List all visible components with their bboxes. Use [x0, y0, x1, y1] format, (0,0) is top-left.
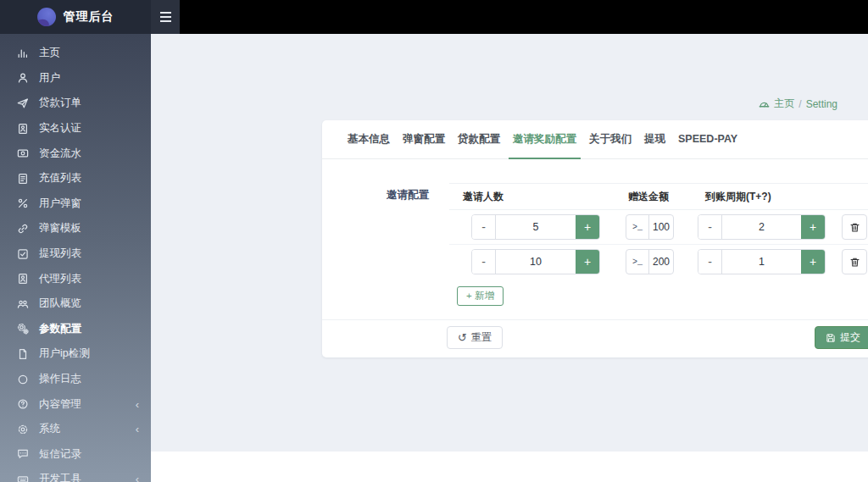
- decrement-button[interactable]: -: [472, 250, 496, 274]
- sidebar-item-8[interactable]: 提现列表 ‹: [0, 241, 151, 267]
- brand: 管理后台: [0, 0, 151, 34]
- increment-button[interactable]: +: [801, 250, 825, 274]
- invite-config-form: 邀请配置 邀请人数 赠送金额 到账周期(T+?) - 5 + >_: [322, 159, 868, 319]
- chevron-left-icon: ‹: [136, 424, 139, 435]
- terminal-prompt-icon: >_: [626, 250, 649, 274]
- decrement-button[interactable]: -: [698, 215, 722, 239]
- sidebar-toggle-button[interactable]: [151, 0, 180, 34]
- add-row-button[interactable]: + 新增: [457, 286, 504, 306]
- arrival-period-value[interactable]: 1: [722, 250, 801, 274]
- sidebar-item-label: 用户: [39, 71, 60, 86]
- question-circle-icon: [16, 398, 29, 411]
- bonus-amount-input: >_ 200: [626, 249, 674, 274]
- sidebar-item-12[interactable]: 用户ip检测 ‹: [0, 341, 151, 367]
- sidebar-item-17[interactable]: 开发工具 ‹: [0, 467, 151, 482]
- sidebar-item-13[interactable]: 操作日志 ‹: [0, 367, 151, 392]
- sidebar: 主页 ‹ 用户 ‹ 贷款订单 ‹ 实名认证 ‹ 资金流水 ‹ 充值列表 ‹ 用户…: [0, 34, 151, 482]
- keyboard-icon: [16, 473, 29, 482]
- column-header-arrival-period: 到账周期(T+?): [705, 184, 771, 209]
- users-group-icon: [16, 297, 29, 310]
- sidebar-item-label: 贷款订单: [39, 96, 81, 110]
- decrement-button[interactable]: -: [698, 250, 722, 274]
- delete-row-button[interactable]: [842, 214, 867, 240]
- topbar: 管理后台: [0, 0, 868, 34]
- settings-card: 基本信息弹窗配置贷款配置邀请奖励配置关于我们提现SPEED-PAY 邀请配置 邀…: [322, 120, 868, 357]
- cogs-icon: [16, 323, 29, 335]
- undo-icon: ↺: [458, 332, 467, 343]
- sidebar-item-label: 弹窗模板: [39, 221, 81, 235]
- sidebar-item-label: 主页: [39, 46, 60, 60]
- tab-5[interactable]: 提现: [640, 120, 670, 159]
- reset-button[interactable]: ↺ 重置: [447, 326, 503, 349]
- section-label: 邀请配置: [387, 188, 429, 202]
- tab-3[interactable]: 邀请奖励配置: [509, 120, 581, 159]
- gear-icon: [16, 423, 29, 435]
- sidebar-item-label: 实名认证: [39, 121, 81, 136]
- sidebar-item-0[interactable]: 主页 ‹: [0, 41, 151, 66]
- bonus-amount-value[interactable]: 200: [649, 250, 673, 274]
- invite-count-value[interactable]: 5: [496, 215, 576, 239]
- tab-1[interactable]: 弹窗配置: [398, 120, 449, 159]
- bonus-amount-value[interactable]: 100: [649, 215, 673, 239]
- breadcrumb: 主页 / Setting: [759, 97, 837, 111]
- file-icon: [16, 347, 29, 360]
- bonus-amount-input: >_ 100: [626, 214, 674, 240]
- tab-0[interactable]: 基本信息: [343, 120, 394, 159]
- sidebar-item-16[interactable]: 短信记录 ‹: [0, 442, 151, 468]
- sidebar-item-3[interactable]: 实名认证 ‹: [0, 116, 151, 141]
- file-invoice-icon: [16, 172, 29, 185]
- sidebar-item-9[interactable]: 代理列表 ‹: [0, 266, 151, 291]
- percent-icon: [16, 197, 29, 210]
- sidebar-item-5[interactable]: 充值列表 ‹: [0, 166, 151, 191]
- breadcrumb-home-link[interactable]: 主页: [774, 97, 794, 111]
- column-header-invite-count: 邀请人数: [463, 184, 504, 209]
- admin-app: 管理后台 主页 ‹ 用户 ‹ 贷款订单 ‹ 实名认证 ‹ 资金流水 ‹: [0, 0, 868, 482]
- sidebar-item-label: 内容管理: [39, 397, 81, 412]
- invite-table-header: 邀请人数 赠送金额 到账周期(T+?): [449, 183, 868, 210]
- hamburger-icon: [160, 12, 171, 14]
- sidebar-item-4[interactable]: 资金流水 ‹: [0, 141, 151, 166]
- sidebar-item-1[interactable]: 用户 ‹: [0, 66, 151, 91]
- sidebar-item-label: 资金流水: [39, 147, 81, 161]
- terminal-prompt-icon: >_: [626, 215, 649, 239]
- sidebar-item-label: 系统: [39, 422, 60, 436]
- invite-count-stepper: - 10 +: [471, 249, 600, 274]
- table-row: - 5 + >_ 100 - 2 +: [449, 210, 868, 245]
- money-flow-icon: [16, 147, 29, 160]
- arrival-period-stepper: - 1 +: [698, 249, 826, 274]
- breadcrumb-separator: /: [798, 98, 801, 110]
- submit-button[interactable]: 提交: [815, 326, 868, 349]
- invite-table: 邀请人数 赠送金额 到账周期(T+?) - 5 + >_ 100: [449, 183, 868, 306]
- dashboard-icon: [759, 98, 770, 109]
- arrival-period-value[interactable]: 2: [722, 215, 801, 239]
- sidebar-item-6[interactable]: 用户弹窗 ‹: [0, 191, 151, 217]
- check-square-icon: [16, 247, 29, 260]
- sidebar-item-label: 充值列表: [39, 171, 81, 186]
- breadcrumb-current: Setting: [806, 98, 837, 110]
- id-file-icon: [16, 122, 29, 135]
- tab-4[interactable]: 关于我们: [585, 120, 636, 159]
- sidebar-item-label: 参数配置: [39, 322, 81, 336]
- tab-6[interactable]: SPEED-PAY: [674, 120, 742, 159]
- footer-strip: [151, 452, 868, 482]
- tab-2[interactable]: 贷款配置: [453, 120, 504, 159]
- increment-button[interactable]: +: [801, 215, 825, 239]
- sidebar-item-2[interactable]: 贷款订单 ‹: [0, 91, 151, 116]
- brand-title: 管理后台: [64, 9, 114, 25]
- sidebar-item-14[interactable]: 内容管理 ‹: [0, 391, 151, 417]
- user-icon: [16, 72, 29, 85]
- sidebar-item-label: 提现列表: [39, 247, 81, 261]
- delete-row-button[interactable]: [842, 249, 867, 274]
- main-content: 主页 / Setting 基本信息弹窗配置贷款配置邀请奖励配置关于我们提现SPE…: [151, 34, 868, 482]
- sidebar-item-7[interactable]: 弹窗模板 ‹: [0, 216, 151, 241]
- sidebar-item-15[interactable]: 系统 ‹: [0, 417, 151, 442]
- card-footer: ↺ 重置 提交: [322, 319, 868, 349]
- sidebar-item-label: 团队概览: [39, 296, 81, 311]
- decrement-button[interactable]: -: [472, 215, 496, 239]
- sidebar-item-11[interactable]: 参数配置 ‹: [0, 317, 151, 342]
- increment-button[interactable]: +: [576, 215, 599, 239]
- save-icon: [826, 333, 836, 343]
- invite-count-value[interactable]: 10: [496, 250, 576, 274]
- sidebar-item-10[interactable]: 团队概览 ‹: [0, 291, 151, 317]
- increment-button[interactable]: +: [576, 250, 599, 274]
